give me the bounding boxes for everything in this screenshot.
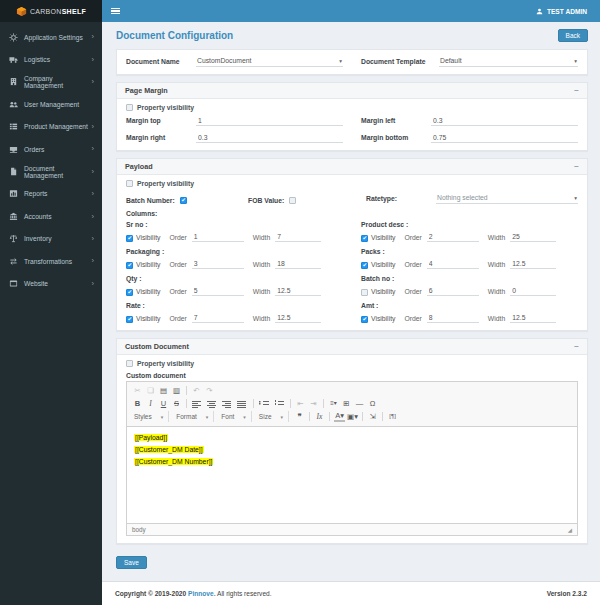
toolbar-combo[interactable]: Styles▾ — [131, 411, 169, 422]
visibility-checkbox[interactable] — [126, 235, 133, 242]
width-input[interactable] — [510, 313, 556, 323]
toolbar-combo[interactable]: Format▾ — [173, 411, 214, 422]
align-right-icon[interactable] — [222, 400, 233, 409]
order-input[interactable] — [427, 286, 479, 296]
column-config: Amt : Visibility Order Width — [361, 299, 578, 323]
outdent-icon[interactable]: ⇤ — [295, 398, 306, 409]
document-name-select[interactable]: CustomDocument ▾ — [196, 55, 343, 67]
visibility-checkbox[interactable] — [361, 316, 368, 323]
cut-icon[interactable]: ✂ — [132, 385, 143, 396]
editor-content-area[interactable]: [[Payload]] [[Customer_DM Date]] [[Custo… — [127, 427, 577, 523]
sidebar-item-logistics[interactable]: Logistics › — [0, 48, 102, 70]
order-input[interactable] — [427, 232, 479, 242]
sidebar-item-product-management[interactable]: Product Management › — [0, 116, 102, 138]
sidebar-item-user-management[interactable]: User Management › — [0, 93, 102, 115]
visibility-checkbox[interactable] — [126, 262, 133, 269]
width-input[interactable] — [275, 286, 321, 296]
sidebar-item-inventory[interactable]: Inventory › — [0, 228, 102, 250]
width-input[interactable] — [510, 286, 556, 296]
visibility-checkbox[interactable] — [361, 262, 368, 269]
strikethrough-icon[interactable]: S — [171, 398, 182, 409]
columns-label: Columns: — [126, 210, 578, 217]
custom-document-panel-header[interactable]: Custom Document − — [117, 339, 587, 355]
sidebar-item-transformations[interactable]: Transformations › — [0, 250, 102, 272]
text-color-icon[interactable]: A▾ — [334, 412, 345, 422]
app-logo[interactable]: CARBONSHELF — [0, 0, 102, 22]
width-input[interactable] — [275, 259, 321, 269]
sidebar-item-company-management[interactable]: Company Management › — [0, 71, 102, 93]
user-menu[interactable]: TEST ADMIN — [532, 0, 591, 22]
sidebar-item-accounts[interactable]: Accounts › — [0, 205, 102, 227]
indent-icon[interactable]: ⇥ — [308, 398, 319, 409]
sidebar-item-orders[interactable]: Orders › — [0, 138, 102, 160]
sidebar-item-document-management[interactable]: Document Management › — [0, 160, 102, 182]
toolbar-combo[interactable]: Size▾ — [256, 411, 289, 422]
remove-format-icon[interactable]: Ix — [314, 411, 325, 422]
save-button[interactable]: Save — [116, 556, 147, 569]
order-input[interactable] — [192, 313, 244, 323]
order-input[interactable] — [192, 232, 244, 242]
bg-color-icon[interactable]: ▣▾ — [347, 411, 358, 422]
margin-input[interactable] — [196, 116, 343, 126]
bulleted-list-icon[interactable] — [259, 400, 270, 409]
order-input[interactable] — [192, 286, 244, 296]
numbered-list-icon[interactable] — [274, 400, 285, 409]
separator — [186, 386, 187, 395]
visibility-checkbox[interactable] — [126, 316, 133, 323]
visibility-checkbox[interactable] — [126, 289, 133, 296]
margin-input[interactable] — [431, 116, 578, 126]
visibility-checkbox[interactable] — [361, 289, 368, 296]
width-input[interactable] — [510, 232, 556, 242]
resize-handle-icon[interactable]: ◢ — [568, 527, 572, 533]
payload-panel-header[interactable]: Payload − — [117, 159, 587, 175]
batch-number-checkbox[interactable] — [180, 197, 187, 204]
property-visibility-checkbox[interactable] — [126, 104, 133, 111]
undo-icon[interactable]: ↶ — [191, 385, 202, 396]
sidebar-toggle-button[interactable] — [111, 8, 120, 15]
order-input[interactable] — [427, 259, 479, 269]
bold-icon[interactable]: B — [132, 398, 143, 409]
collapse-icon[interactable]: − — [574, 163, 579, 171]
width-input[interactable] — [510, 259, 556, 269]
chevron-right-icon: › — [92, 213, 95, 221]
visibility-checkbox[interactable] — [361, 235, 368, 242]
sidebar-nav: Application Settings › Logistics › Compa… — [0, 22, 102, 605]
page-margin-panel-header[interactable]: Page Margin − — [117, 83, 587, 99]
underline-icon[interactable]: U — [158, 398, 169, 409]
table-icon[interactable]: ⊞ — [341, 398, 352, 409]
redo-icon[interactable]: ↷ — [204, 385, 215, 396]
property-visibility-checkbox[interactable] — [126, 180, 133, 187]
property-visibility-checkbox[interactable] — [126, 360, 133, 367]
width-input[interactable] — [275, 232, 321, 242]
pinnove-link[interactable]: Pinnove. — [188, 590, 215, 597]
maximize-icon[interactable]: ⇲ — [367, 411, 378, 422]
document-template-label: Document Template — [361, 58, 439, 67]
copy-icon[interactable]: ❏ — [145, 385, 156, 396]
sidebar-item-application-settings[interactable]: Application Settings › — [0, 26, 102, 48]
back-button[interactable]: Back — [558, 29, 588, 42]
align-justify-icon[interactable] — [237, 400, 248, 409]
collapse-icon[interactable]: − — [574, 87, 579, 95]
italic-icon[interactable]: I — [145, 398, 156, 409]
blockquote-icon[interactable]: ❞ — [294, 411, 305, 422]
sidebar-item-website[interactable]: Website › — [0, 272, 102, 294]
document-template-select[interactable]: Default ▾ — [439, 55, 578, 67]
fob-value-checkbox[interactable] — [289, 197, 296, 204]
special-character-icon[interactable]: Ω — [367, 398, 378, 409]
collapse-icon[interactable]: − — [574, 343, 579, 351]
horizontal-rule-icon[interactable]: ― — [354, 398, 365, 409]
order-input[interactable] — [192, 259, 244, 269]
blocks-dropdown-icon[interactable]: ≡▾ — [328, 398, 339, 409]
align-left-icon[interactable] — [192, 400, 203, 409]
margin-input[interactable] — [431, 133, 578, 143]
align-center-icon[interactable] — [207, 400, 218, 409]
ratetype-select[interactable]: Nothing selected ▾ — [436, 192, 578, 204]
show-blocks-icon[interactable]: [¶] — [387, 411, 398, 422]
toolbar-combo[interactable]: Font▾ — [218, 411, 252, 422]
width-input[interactable] — [275, 313, 321, 323]
margin-input[interactable] — [196, 133, 343, 143]
paste-from-word-icon[interactable]: ▥ — [171, 385, 182, 396]
sidebar-item-reports[interactable]: Reports › — [0, 183, 102, 205]
order-input[interactable] — [427, 313, 479, 323]
paste-icon[interactable]: ▤ — [158, 385, 169, 396]
